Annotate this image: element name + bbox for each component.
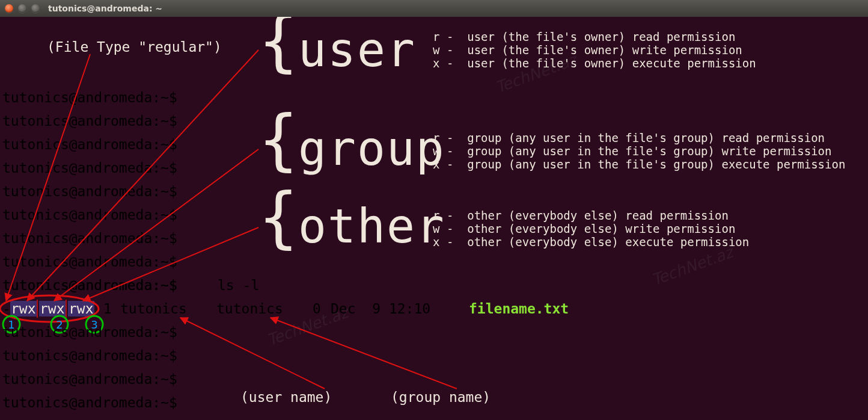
- svg-text:tutonics@andromeda:~$: tutonics@andromeda:~$: [2, 277, 177, 293]
- section-user-label: user: [298, 23, 416, 77]
- minimize-icon[interactable]: [18, 4, 26, 13]
- svg-line-18: [270, 318, 457, 389]
- prompt-line: tutonics@andromeda:~$: [2, 254, 177, 270]
- prompt-lines: tutonics@andromeda:~$ tutonics@andromeda…: [2, 90, 177, 293]
- group-note-x: x - group (any user in the file's group)…: [433, 158, 845, 171]
- svg-text:ls -l: ls -l: [218, 277, 259, 293]
- user-note-x: x - user (the file's owner) execute perm…: [433, 57, 756, 70]
- svg-text:2: 2: [56, 318, 63, 331]
- other-note-x: x - other (everybody else) execute permi…: [433, 235, 749, 249]
- svg-line-14: [27, 50, 258, 301]
- svg-line-16: [83, 227, 258, 301]
- prompt-line: tutonics@andromeda:~$: [2, 160, 177, 176]
- prompt-line: tutonics@andromeda:~$: [2, 90, 177, 105]
- other-note-w: w - other (everybody else) write permiss…: [433, 222, 735, 235]
- prompt-line: tutonics@andromeda:~$: [2, 113, 177, 129]
- filename: filename.txt: [469, 301, 569, 317]
- window-title: tutonics@andromeda: ~: [48, 4, 162, 13]
- svg-text:1: 1: [8, 318, 14, 331]
- group-note-r: r - group (any user in the file's group)…: [433, 131, 825, 144]
- watermark: TechNet.az: [493, 50, 581, 97]
- owner-user: tutonics: [120, 301, 187, 317]
- perm-ellipse: [0, 295, 99, 322]
- svg-point-7: [3, 316, 20, 333]
- svg-point-9: [51, 316, 68, 333]
- links: 1: [103, 301, 112, 317]
- command-line: tutonics@andromeda:~$ ls -l: [2, 277, 259, 293]
- circle-markers: 1 2 3: [3, 316, 103, 333]
- maximize-icon[interactable]: [31, 4, 40, 13]
- prompt-line: tutonics@andromeda:~$: [2, 371, 177, 387]
- svg-line-15: [54, 149, 258, 301]
- prompt-line: tutonics@andromeda:~$: [2, 348, 177, 363]
- prompt-line: tutonics@andromeda:~$: [2, 277, 177, 293]
- prompt-line: tutonics@andromeda:~$: [2, 324, 177, 340]
- group-name-annotation: (group name): [391, 389, 491, 405]
- brace-other: {: [258, 179, 298, 256]
- svg-text:3: 3: [91, 318, 97, 331]
- ls-output: - rwx rwx rwx 1 tutonics tutonics 0 Dec …: [2, 301, 569, 317]
- file-type-annotation: (File Type "regular"): [47, 39, 222, 55]
- svg-rect-3: [39, 301, 66, 317]
- arrows: [6, 50, 457, 389]
- prompt-line: tutonics@andromeda:~$: [2, 207, 177, 223]
- brace-group: {: [258, 101, 298, 178]
- svg-line-17: [180, 318, 325, 389]
- user-name-annotation: (user name): [240, 389, 332, 405]
- prompt-line: tutonics@andromeda:~$: [2, 184, 177, 199]
- section-other-label: other: [298, 199, 445, 253]
- close-icon[interactable]: [5, 4, 13, 13]
- size: 0: [313, 301, 321, 317]
- date: Dec 9 12:10: [331, 301, 430, 317]
- owner-group: tutonics: [216, 301, 283, 317]
- section-group-label: group: [298, 122, 445, 176]
- titlebar[interactable]: tutonics@andromeda: ~: [0, 0, 868, 17]
- svg-rect-2: [10, 301, 37, 317]
- perm-user: rwx: [11, 301, 36, 317]
- watermark: TechNet.az: [649, 242, 738, 289]
- file-type-char: -: [2, 301, 11, 317]
- group-note-w: w - group (any user in the file's group)…: [433, 144, 831, 158]
- prompt-lines-after: tutonics@andromeda:~$ tutonics@andromeda…: [2, 324, 177, 420]
- svg-rect-4: [68, 301, 94, 317]
- terminal-window: tutonics@andromeda: ~ TechNet.az TechNet…: [0, 0, 868, 420]
- brace-user: {: [258, 17, 298, 79]
- other-note-r: r - other (everybody else) read permissi…: [433, 209, 729, 222]
- user-note-r: r - user (the file's owner) read permiss…: [433, 30, 735, 43]
- svg-line-13: [6, 54, 90, 301]
- prompt-line: tutonics@andromeda:~$: [2, 137, 177, 152]
- svg-point-11: [86, 316, 103, 333]
- terminal-svg: TechNet.az TechNet.az TechNet.az tutonic…: [0, 17, 868, 420]
- perm-other: rwx: [69, 301, 94, 317]
- prompt-line: tutonics@andromeda:~$: [2, 230, 177, 246]
- perm-group: rwx: [40, 301, 65, 317]
- watermark: TechNet.az: [264, 303, 353, 350]
- user-note-w: w - user (the file's owner) write permis…: [433, 43, 742, 57]
- prompt-line: tutonics@andromeda:~$: [2, 395, 177, 410]
- terminal-body[interactable]: TechNet.az TechNet.az TechNet.az tutonic…: [0, 17, 868, 420]
